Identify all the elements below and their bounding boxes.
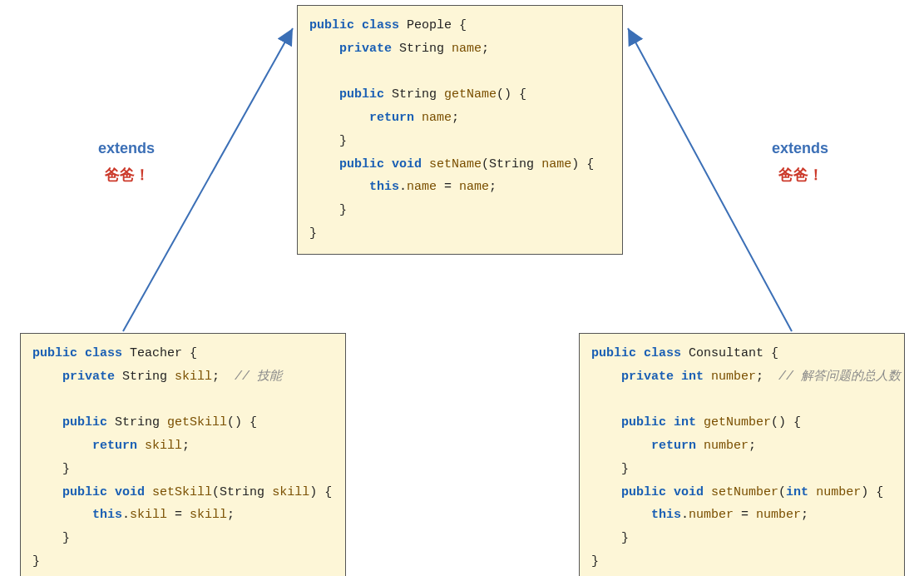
method: setName	[429, 157, 482, 171]
kw-return: return	[92, 439, 137, 453]
kw-class: class	[85, 346, 122, 360]
kw-public: public	[62, 485, 107, 499]
kw-public: public	[591, 346, 636, 360]
pname: number	[816, 485, 861, 499]
method: getNumber	[704, 415, 771, 430]
kw-public: public	[309, 18, 354, 32]
kw-this: this	[369, 180, 399, 194]
type: String	[392, 87, 437, 102]
kw-this: this	[92, 508, 122, 522]
kw-this: this	[651, 508, 681, 522]
svg-line-1	[628, 28, 792, 331]
kw-private: private	[621, 370, 674, 384]
kw-void: void	[674, 485, 704, 499]
kw-class: class	[644, 346, 681, 360]
baba-label-right: 爸爸！	[778, 165, 823, 185]
kw-public: public	[621, 485, 666, 499]
class-name: Teacher	[130, 346, 182, 360]
method: getName	[444, 87, 497, 102]
kw-return: return	[651, 439, 696, 453]
kw-class: class	[362, 18, 399, 32]
type: int	[674, 415, 696, 430]
field: name	[452, 42, 482, 56]
method: getSkill	[167, 415, 227, 430]
extends-label-right: extends	[772, 140, 828, 157]
class-name: Consultant	[689, 346, 763, 360]
ret: skill	[145, 439, 182, 453]
pname: skill	[272, 485, 309, 499]
ptype: String	[489, 157, 534, 171]
type: String	[115, 415, 160, 430]
extends-label-left: extends	[98, 140, 155, 157]
kw-public: public	[339, 87, 384, 102]
class-consultant-box: public class Consultant { private int nu…	[579, 333, 905, 576]
kw-public: public	[339, 157, 384, 171]
field: skill	[175, 370, 212, 384]
kw-public: public	[621, 415, 666, 430]
ptype: String	[220, 485, 264, 499]
rhs: name	[459, 180, 489, 194]
rhs: skill	[190, 508, 227, 522]
comment: // 解答问题的总人数	[778, 370, 901, 384]
kw-void: void	[392, 157, 422, 171]
class-people-box: public class People { private String nam…	[297, 5, 623, 255]
field: number	[689, 508, 734, 522]
class-teacher-box: public class Teacher { private String sk…	[20, 333, 346, 576]
type: int	[681, 370, 704, 384]
pname: name	[541, 157, 571, 171]
kw-public: public	[32, 346, 77, 360]
kw-return: return	[369, 111, 414, 125]
kw-private: private	[62, 370, 115, 384]
class-name: People	[407, 18, 452, 32]
baba-label-left: 爸爸！	[105, 165, 150, 185]
ptype: int	[786, 485, 808, 499]
comment: // 技能	[235, 370, 282, 384]
method: setSkill	[152, 485, 212, 499]
field: name	[407, 180, 437, 194]
ret: number	[704, 439, 749, 453]
field: skill	[130, 508, 167, 522]
type: String	[399, 42, 444, 56]
field: number	[711, 370, 756, 384]
type: String	[122, 370, 167, 384]
kw-private: private	[339, 42, 392, 56]
ret: name	[422, 111, 452, 125]
kw-public: public	[62, 415, 107, 430]
kw-void: void	[115, 485, 145, 499]
rhs: number	[756, 508, 801, 522]
method: setNumber	[711, 485, 778, 499]
